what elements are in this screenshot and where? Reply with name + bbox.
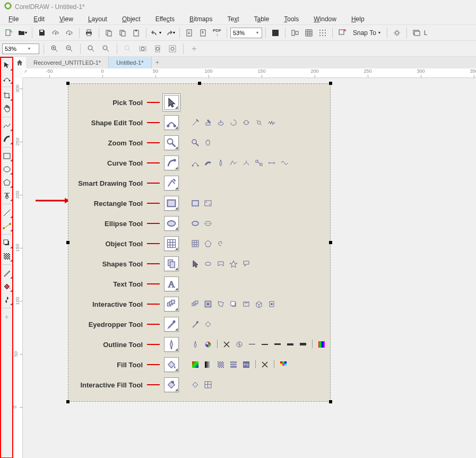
- home-tab[interactable]: [13, 57, 26, 68]
- svg-point-28: [395, 31, 399, 34]
- flyout-pen-icon: [191, 340, 200, 349]
- tool-polygon[interactable]: [1, 177, 12, 188]
- export-button[interactable]: [197, 27, 210, 39]
- svg-point-44: [8, 80, 10, 81]
- tool-dropshadow[interactable]: [1, 237, 12, 248]
- tool-rectangle[interactable]: [1, 150, 12, 161]
- menu-object[interactable]: Object: [116, 14, 147, 23]
- paste-button[interactable]: [130, 27, 143, 39]
- layers-button[interactable]: [410, 27, 423, 39]
- save-button[interactable]: [36, 27, 48, 39]
- svg-point-49: [9, 223, 11, 225]
- zoom-input[interactable]: [233, 30, 256, 36]
- tool-crop[interactable]: [1, 90, 12, 101]
- dotgrid-button[interactable]: [316, 27, 329, 39]
- canvas[interactable]: Pick ToolShape Edit ToolZoom ToolCurve T…: [23, 78, 476, 458]
- add-button[interactable]: +: [188, 42, 201, 55]
- tab-add-button[interactable]: +: [152, 57, 163, 68]
- svg-point-65: [197, 165, 199, 167]
- zoom-combo[interactable]: ▾: [230, 28, 262, 38]
- zoom-fit-button[interactable]: [166, 42, 179, 55]
- connector-line: [147, 384, 160, 385]
- connector-line: [147, 183, 160, 184]
- tool-curve[interactable]: [1, 120, 12, 131]
- flyout-pt4-icon: [285, 340, 295, 349]
- tool-artistic[interactable]: [1, 133, 12, 144]
- tool-pick[interactable]: [1, 59, 12, 71]
- property-bar: ▾ +: [0, 41, 476, 57]
- menu-view[interactable]: View: [53, 14, 80, 23]
- zoom-input-2[interactable]: [5, 46, 28, 52]
- menu-tools[interactable]: Tools: [278, 14, 305, 23]
- tool-line[interactable]: [1, 207, 12, 218]
- undo-button[interactable]: ▾: [150, 27, 162, 39]
- align-button[interactable]: [289, 27, 301, 39]
- zoom-all-button[interactable]: [100, 42, 112, 55]
- menu-effects[interactable]: Effects: [149, 14, 181, 23]
- tool-transparency[interactable]: [1, 250, 12, 262]
- tool-pan[interactable]: [1, 103, 12, 114]
- tab-recovered[interactable]: Recovered_UNTITLED-1*: [26, 57, 109, 68]
- flyout-3point-icon: [241, 158, 251, 168]
- menu-edit[interactable]: Edit: [27, 14, 51, 23]
- svg-point-21: [319, 32, 321, 33]
- menu-text[interactable]: Text: [221, 14, 245, 23]
- redo-button[interactable]: ▾: [163, 27, 176, 39]
- menu-file[interactable]: File: [2, 14, 25, 23]
- svg-rect-3: [40, 30, 43, 32]
- canvas-area: Recovered_UNTITLED-1* Untitled-1* + ⤢ -5…: [13, 57, 476, 458]
- tool-smartfill[interactable]: [1, 294, 12, 305]
- zoom-out-button[interactable]: [63, 42, 76, 55]
- cut-button[interactable]: [102, 27, 115, 39]
- menu-table[interactable]: Table: [248, 14, 276, 23]
- tool-shape[interactable]: [1, 73, 12, 84]
- svg-rect-67: [256, 160, 258, 162]
- open-button[interactable]: ▾: [16, 27, 29, 39]
- fullscreen-button[interactable]: [269, 27, 282, 39]
- snap-combo[interactable]: Snap To ▾: [350, 29, 384, 37]
- zoom-page-button[interactable]: [122, 42, 134, 55]
- tool-eyedropper[interactable]: [1, 267, 12, 279]
- tab-untitled[interactable]: Untitled-1*: [109, 57, 151, 68]
- flyout-group: [191, 340, 326, 349]
- vertical-ruler[interactable]: 300250200150100500: [13, 78, 23, 458]
- tool-fill[interactable]: [1, 281, 12, 292]
- tool-icon-eyedrop: [164, 317, 179, 332]
- flyout-repel-icon: [254, 118, 264, 127]
- menu-help[interactable]: Help: [345, 14, 371, 23]
- copy-button[interactable]: [116, 27, 129, 39]
- svg-rect-35: [103, 46, 107, 49]
- tool-connector[interactable]: [1, 220, 12, 231]
- cloud-down-button[interactable]: [63, 27, 76, 39]
- tool-add[interactable]: +: [1, 311, 12, 322]
- svg-rect-45: [4, 153, 10, 159]
- tool-text[interactable]: A: [1, 190, 12, 201]
- tool-ellipse[interactable]: [1, 163, 12, 175]
- horizontal-ruler[interactable]: ⤢ -50050100150200250300350: [23, 68, 476, 78]
- main-toolbar: ▾ ▾ ▾ PDF↓ ▾ Snap To ▾ L: [0, 25, 476, 41]
- new-button[interactable]: [2, 27, 15, 39]
- print-button[interactable]: [83, 27, 96, 39]
- menu-layout[interactable]: Layout: [82, 14, 114, 23]
- grid-button[interactable]: [302, 27, 315, 39]
- flyout-fountain-icon: [203, 360, 213, 369]
- cloud-up-button[interactable]: [49, 27, 62, 39]
- zoom-width-button[interactable]: [136, 42, 149, 55]
- zoom-in-button[interactable]: [48, 42, 61, 55]
- tool-label: Shapes Tool: [68, 260, 143, 268]
- launch-button[interactable]: [336, 27, 349, 39]
- options-button[interactable]: [391, 27, 403, 39]
- pdf-button[interactable]: PDF↓: [211, 27, 223, 39]
- menu-window[interactable]: Window: [307, 14, 343, 23]
- zoom-selection-button[interactable]: [85, 42, 98, 55]
- zoom-height-button[interactable]: [151, 42, 164, 55]
- tool-label: Text Tool: [68, 280, 143, 288]
- flyout-group: [191, 259, 251, 269]
- import-button[interactable]: [183, 27, 196, 39]
- zoom-combo-2[interactable]: ▾: [2, 44, 39, 54]
- flyout-roughen-icon: [267, 118, 276, 127]
- svg-point-18: [319, 30, 321, 31]
- svg-rect-91: [207, 303, 209, 305]
- menu-bitmaps[interactable]: Bitmaps: [183, 14, 219, 23]
- svg-point-97: [196, 321, 198, 323]
